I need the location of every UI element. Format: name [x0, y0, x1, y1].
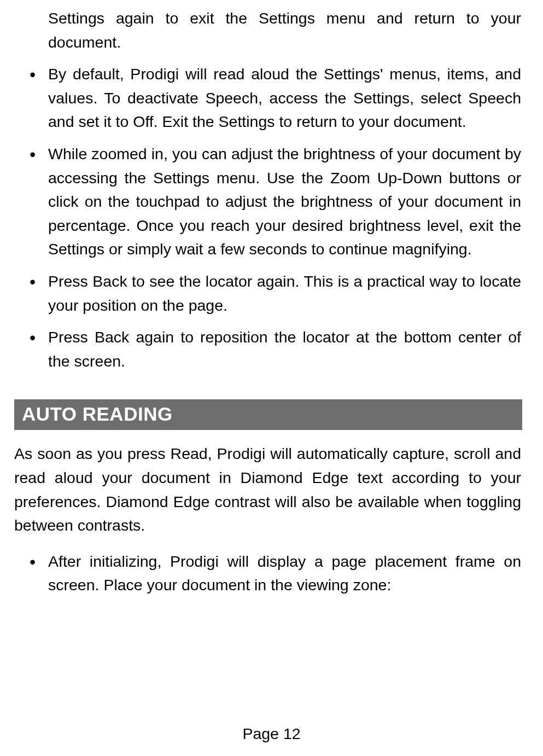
list-item: By default, Prodigi will read aloud the …	[22, 62, 521, 134]
page-content: Settings again to exit the Settings menu…	[22, 0, 521, 597]
section-bullet-list: After initializing, Prodigi will display…	[22, 550, 521, 597]
page-number: Page 12	[0, 725, 543, 743]
section-paragraph: As soon as you press Read, Prodigi will …	[14, 442, 521, 537]
section-heading: AUTO READING	[14, 399, 522, 430]
list-item: Press Back again to reposition the locat…	[22, 325, 521, 373]
list-item: While zoomed in, you can adjust the brig…	[22, 142, 521, 261]
top-bullet-list: By default, Prodigi will read aloud the …	[22, 62, 521, 373]
continuation-text: Settings again to exit the Settings menu…	[22, 7, 521, 54]
list-item: After initializing, Prodigi will display…	[22, 550, 521, 597]
list-item: Press Back to see the locator again. Thi…	[22, 270, 521, 317]
